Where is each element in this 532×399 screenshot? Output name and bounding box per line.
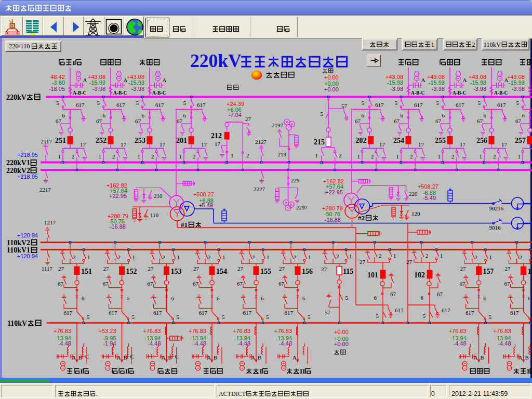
svg-text:.: . [96,390,97,397]
svg-text:0: 0 [431,390,435,397]
svg-text:2012-2-21 11:43:59: 2012-2-21 11:43:59 [451,390,508,397]
svg-text:ACTDICT: ACTDICT [219,390,246,397]
